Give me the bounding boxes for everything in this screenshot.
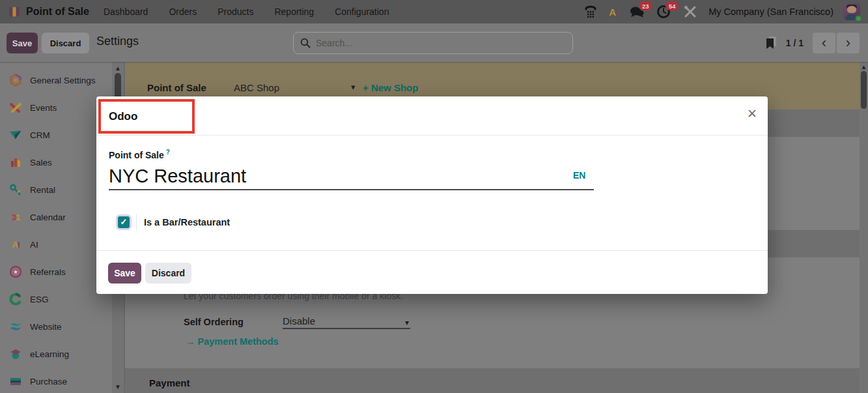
avatar-face: [847, 6, 856, 13]
main-menu: Dashboard Orders Products Reporting Conf…: [104, 7, 389, 17]
bookmark-icon[interactable]: [766, 36, 777, 50]
main-scrollbar-thumb[interactable]: [861, 71, 867, 109]
pager-previous-button[interactable]: ‹: [813, 33, 835, 53]
caret-down-icon: ▾: [405, 318, 409, 327]
payment-section-band: Payment: [125, 368, 860, 393]
sidebar-item-events[interactable]: Events: [0, 95, 112, 121]
messages-icon[interactable]: 23: [628, 4, 645, 20]
pager: 1 / 1 ‹ ›: [766, 23, 860, 62]
sales-icon: [9, 156, 22, 169]
sidebar-item-esg[interactable]: ESG: [0, 286, 112, 312]
dialog-footer-divider: [96, 250, 768, 251]
close-icon[interactable]: ✕: [747, 106, 757, 121]
menu-configuration[interactable]: Configuration: [335, 7, 389, 17]
sidebar-item-calendar[interactable]: 31 Calendar: [0, 204, 112, 230]
navbar-right: AI 23 54: [582, 3, 860, 20]
menu-orders[interactable]: Orders: [169, 7, 197, 17]
scroll-up-icon[interactable]: ▲: [112, 65, 124, 72]
search-icon: [300, 38, 311, 48]
calendar-icon: 31: [9, 211, 22, 224]
phone-icon[interactable]: [582, 4, 599, 20]
top-navbar: Point of Sale Dashboard Orders Products …: [0, 0, 868, 23]
ai-apps-icon[interactable]: AI: [609, 7, 619, 18]
self-ordering-select[interactable]: Disable ▾: [283, 315, 410, 329]
search-input[interactable]: [316, 38, 566, 48]
pos-name-input[interactable]: [109, 163, 594, 190]
chevron-left-icon: ‹: [822, 35, 826, 51]
menu-reporting[interactable]: Reporting: [274, 7, 314, 17]
pos-name-field-label: Point of Sale?: [109, 149, 170, 160]
crm-icon: [9, 128, 22, 141]
events-icon: [9, 101, 22, 114]
sidebar-item-sales[interactable]: Sales: [0, 149, 112, 175]
search-box[interactable]: [293, 32, 573, 54]
activities-clock-icon[interactable]: 54: [655, 4, 672, 20]
sidebar-item-purchase[interactable]: Purchase: [0, 368, 112, 393]
checkbox-divider: [136, 214, 137, 230]
rental-key-icon: [9, 183, 22, 196]
company-switcher[interactable]: My Company (San Francisco): [708, 7, 833, 17]
esg-icon: [9, 293, 22, 306]
app-name: Point of Sale: [26, 6, 89, 18]
pager-next-button[interactable]: ›: [837, 33, 860, 53]
new-shop-button[interactable]: + New Shop: [363, 82, 418, 93]
shop-selector-row: Point of Sale ABC Shop ▾ + New Shop: [125, 80, 860, 97]
purchase-icon: [9, 375, 22, 388]
help-icon[interactable]: ?: [166, 149, 170, 156]
sidebar-item-general-settings[interactable]: General Settings: [0, 67, 112, 93]
tools-icon[interactable]: [682, 4, 699, 20]
menu-dashboard[interactable]: Dashboard: [104, 7, 148, 17]
payment-methods-link[interactable]: → Payment Methods: [186, 336, 279, 347]
scroll-up-icon[interactable]: ▲: [860, 63, 868, 70]
activities-badge: 54: [665, 1, 679, 10]
general-settings-icon: [9, 74, 22, 87]
main-scrollbar[interactable]: ▲: [860, 62, 868, 393]
dialog-header-divider: [96, 135, 768, 136]
scroll-down-icon[interactable]: ▼: [112, 383, 124, 390]
bar-restaurant-checkbox[interactable]: ✓: [118, 216, 130, 228]
sidebar-item-referrals[interactable]: Referrals: [0, 259, 112, 285]
sidebar-item-elearning[interactable]: eLearning: [0, 341, 112, 367]
screen: Point of Sale Dashboard Orders Products …: [0, 0, 868, 393]
sidebar-item-ai[interactable]: AI AI: [0, 231, 112, 257]
website-icon: [9, 320, 22, 333]
control-panel: Save Discard Settings 1 / 1 ‹ ›: [0, 23, 868, 62]
page-title: Settings: [96, 35, 139, 48]
online-status-dot: [855, 15, 862, 22]
pager-count: 1 / 1: [786, 38, 804, 48]
bar-restaurant-row: ✓ Is a Bar/Restaurant: [118, 214, 230, 230]
bar-restaurant-label[interactable]: Is a Bar/Restaurant: [144, 217, 230, 227]
pos-awning-icon: [8, 5, 21, 18]
self-ordering-label: Self Ordering: [184, 317, 244, 327]
dialog-save-button[interactable]: Save: [108, 263, 141, 284]
sidebar-item-rental[interactable]: Rental: [0, 177, 112, 203]
app-brand[interactable]: Point of Sale: [8, 5, 89, 18]
user-avatar[interactable]: [843, 3, 860, 20]
ai-icon: AI: [9, 238, 22, 251]
messages-badge: 23: [639, 1, 652, 10]
shop-caret-down-icon[interactable]: ▾: [351, 82, 356, 92]
settings-section-app: Point of Sale: [147, 82, 206, 93]
language-code-badge[interactable]: EN: [573, 170, 585, 181]
elearning-icon: [9, 347, 22, 360]
dialog-discard-button[interactable]: Discard: [145, 263, 191, 284]
payment-section-title: Payment: [149, 377, 190, 388]
menu-products[interactable]: Products: [217, 7, 253, 17]
shop-edit-dialog: Odoo ✕ Point of Sale? EN ✓ Is a Bar/Rest…: [96, 96, 768, 294]
self-ordering-value: Disable: [283, 315, 315, 327]
chevron-right-icon: ›: [846, 35, 850, 51]
shop-select[interactable]: ABC Shop: [234, 82, 279, 93]
save-button[interactable]: Save: [7, 33, 38, 53]
discard-button[interactable]: Discard: [42, 33, 89, 53]
referrals-icon: [9, 265, 22, 278]
dialog-title: Odoo: [109, 110, 137, 123]
sidebar-item-website[interactable]: Website: [0, 313, 112, 340]
arrow-right-icon: →: [186, 336, 195, 347]
sidebar-item-crm[interactable]: CRM: [0, 122, 112, 148]
